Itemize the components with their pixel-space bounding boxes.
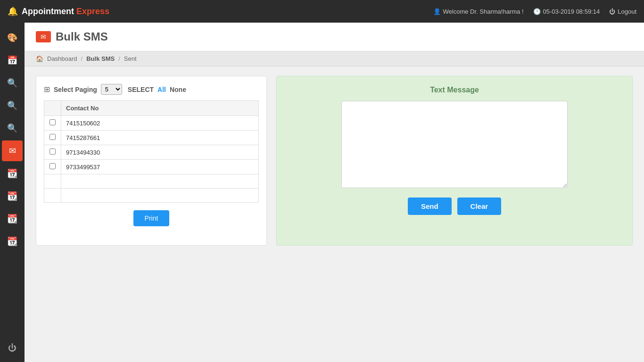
row-checkbox[interactable] <box>50 134 56 140</box>
col-checkbox <box>44 101 61 116</box>
clock-icon: 🕐 <box>533 8 541 15</box>
row-checkbox-cell <box>44 116 61 131</box>
empty-contact-cell <box>61 174 259 189</box>
brand-area: 🔔 Appointment Express <box>8 6 109 16</box>
breadcrumb-dashboard[interactable]: Dashboard <box>47 55 77 62</box>
main-layout: 🎨 📅 🔍 🔍 🔍 ✉ 📆 📆 📆 📆 ⏻ ✉ Bulk SMS 🏠 Dashb… <box>0 23 644 362</box>
table-row <box>44 174 259 189</box>
empty-checkbox-cell <box>44 174 61 189</box>
breadcrumb-current: Bulk SMS <box>86 55 115 62</box>
datetime-item: 🕐 05-03-2019 08:59:14 <box>533 8 600 15</box>
right-panel: Text Message Send Clear <box>276 76 633 246</box>
welcome-text: Welcome Dr. Sharma!harma ! <box>443 8 524 15</box>
power-icon: ⏻ <box>609 8 615 15</box>
breadcrumb: 🏠 Dashboard / Bulk SMS / Sent <box>25 51 644 66</box>
text-message-input[interactable] <box>341 101 568 188</box>
text-message-title: Text Message <box>286 86 623 94</box>
row-checkbox[interactable] <box>50 148 56 155</box>
select-paging-label: Select Paging <box>54 86 97 93</box>
brand-name-white: Appointment <box>22 7 74 16</box>
sidebar-item-calendar1[interactable]: 📅 <box>2 50 23 71</box>
action-buttons: Send Clear <box>408 197 501 215</box>
top-navbar: 🔔 Appointment Express 👤 Welcome Dr. Shar… <box>0 0 644 23</box>
empty-checkbox-cell <box>44 189 61 203</box>
sidebar-item-power[interactable]: ⏻ <box>2 337 23 358</box>
sidebar-item-theme[interactable]: 🎨 <box>2 27 23 48</box>
panel-toolbar: ⊞ Select Paging 5 10 25 50 SELECT All No… <box>44 84 259 95</box>
send-button[interactable]: Send <box>408 197 452 215</box>
topnav-right-area: 👤 Welcome Dr. Sharma!harma ! 🕐 05-03-201… <box>433 8 636 15</box>
home-icon: 🏠 <box>36 55 43 62</box>
sidebar-item-calendar4[interactable]: 📆 <box>2 208 23 229</box>
logout-label: Logout <box>618 8 636 15</box>
row-contact: 9733499537 <box>61 160 259 174</box>
table-row: 9713494330 <box>44 145 259 160</box>
row-checkbox[interactable] <box>50 163 56 169</box>
empty-contact-cell <box>61 189 259 203</box>
row-checkbox[interactable] <box>50 119 56 125</box>
table-row: 9733499537 <box>44 160 259 174</box>
select-all-button[interactable]: All <box>157 86 166 93</box>
sidebar-item-calendar2[interactable]: 📆 <box>2 163 23 184</box>
bell-icon: 🔔 <box>8 6 18 16</box>
breadcrumb-sent[interactable]: Sent <box>124 55 137 62</box>
left-panel: ⊞ Select Paging 5 10 25 50 SELECT All No… <box>36 76 267 246</box>
row-contact: 7415150602 <box>61 116 259 131</box>
sidebar: 🎨 📅 🔍 🔍 🔍 ✉ 📆 📆 📆 📆 ⏻ <box>0 23 25 362</box>
row-contact: 9713494330 <box>61 145 259 160</box>
table-row <box>44 189 259 203</box>
page-body: ⊞ Select Paging 5 10 25 50 SELECT All No… <box>25 66 644 255</box>
sidebar-item-sms[interactable]: ✉ <box>2 140 23 161</box>
sidebar-item-search3[interactable]: 🔍 <box>2 118 23 139</box>
breadcrumb-sep2: / <box>118 55 120 62</box>
clear-button[interactable]: Clear <box>457 197 502 215</box>
select-none-button[interactable]: None <box>170 86 186 93</box>
envelope-icon: ✉ <box>36 31 51 42</box>
table-row: 7415287661 <box>44 131 259 145</box>
table-row: 7415150602 <box>44 116 259 131</box>
print-button[interactable]: Print <box>133 210 170 226</box>
page-header: ✉ Bulk SMS <box>25 23 644 51</box>
select-label: SELECT <box>128 86 154 93</box>
row-checkbox-cell <box>44 131 61 145</box>
sidebar-item-search1[interactable]: 🔍 <box>2 73 23 93</box>
brand-name-red: Express <box>76 7 109 16</box>
sidebar-item-calendar3[interactable]: 📆 <box>2 186 23 206</box>
app-brand: Appointment Express <box>22 7 109 16</box>
sidebar-item-search2[interactable]: 🔍 <box>2 95 23 116</box>
page-title: Bulk SMS <box>56 30 108 43</box>
paging-select[interactable]: 5 10 25 50 <box>101 84 122 95</box>
user-icon: 👤 <box>433 8 441 15</box>
col-contact-no: Contact No <box>61 101 259 116</box>
sidebar-item-calendar5[interactable]: 📆 <box>2 231 23 252</box>
grid-icon: ⊞ <box>44 85 50 94</box>
contact-table: Contact No 7415150602 7415287661 9713494… <box>44 100 259 203</box>
row-contact: 7415287661 <box>61 131 259 145</box>
table-header-row: Contact No <box>44 101 259 116</box>
main-content: ✉ Bulk SMS 🏠 Dashboard / Bulk SMS / Sent… <box>25 23 644 362</box>
breadcrumb-sep1: / <box>81 55 83 62</box>
datetime-text: 05-03-2019 08:59:14 <box>543 8 600 15</box>
logout-item[interactable]: ⏻ Logout <box>609 8 636 15</box>
welcome-item: 👤 Welcome Dr. Sharma!harma ! <box>433 8 524 15</box>
row-checkbox-cell <box>44 160 61 174</box>
row-checkbox-cell <box>44 145 61 160</box>
